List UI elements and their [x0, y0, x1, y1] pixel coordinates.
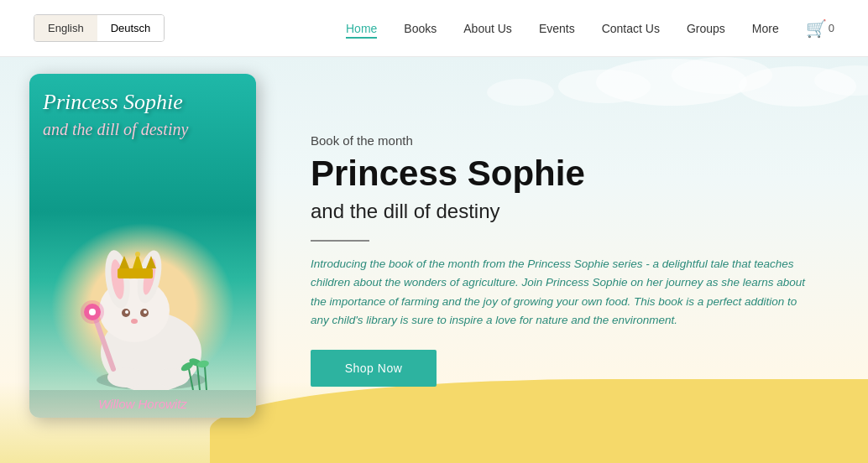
book-author: Willow Horowitz [29, 390, 256, 418]
nav-item-groups[interactable]: Groups [687, 21, 725, 36]
nav-link-events[interactable]: Events [539, 22, 575, 35]
svg-point-24 [155, 368, 189, 387]
svg-rect-13 [118, 268, 153, 278]
bunny-svg [42, 222, 243, 390]
nav-link-groups[interactable]: Groups [687, 22, 725, 35]
lang-deutsch-button[interactable]: Deutsch [97, 15, 165, 41]
nav-links: Home Books About Us Events Contact Us Gr… [346, 21, 779, 36]
nav-item-more[interactable]: More [752, 21, 779, 36]
cart-icon: 🛒 [806, 18, 827, 39]
nav-link-about[interactable]: About Us [463, 22, 512, 35]
book-of-month-label: Book of the month [311, 133, 826, 148]
cover-title-line2: and the dill of destiny [43, 120, 188, 138]
svg-point-22 [131, 319, 138, 324]
navbar: English Deutsch Home Books About Us Even… [0, 0, 868, 57]
nav-item-home[interactable]: Home [346, 21, 377, 36]
cart-count: 0 [829, 22, 834, 34]
nav-item-books[interactable]: Books [404, 21, 437, 36]
cover-title-line1: Princess Sophie [43, 90, 183, 114]
nav-item-contact[interactable]: Contact Us [602, 21, 660, 36]
language-switcher: English Deutsch [34, 14, 165, 42]
nav-link-more[interactable]: More [752, 22, 779, 35]
book-description: Introducing the book of the month from t… [311, 255, 814, 330]
nav-item-events[interactable]: Events [539, 21, 575, 36]
svg-line-33 [205, 367, 207, 390]
book-cover-title: Princess Sophie and the dill of destiny [43, 89, 243, 141]
content-area: Book of the month Princess Sophie and th… [285, 57, 868, 463]
hero-section: Princess Sophie and the dill of destiny [0, 57, 868, 463]
svg-point-17 [135, 252, 140, 257]
book-main-title: Princess Sophie [311, 154, 826, 193]
book-subtitle: and the dill of destiny [311, 200, 826, 223]
cart-button[interactable]: 🛒 0 [806, 18, 834, 39]
book-illustration [29, 141, 256, 390]
svg-point-28 [89, 309, 96, 315]
nav-link-books[interactable]: Books [404, 22, 437, 35]
svg-point-20 [125, 310, 128, 314]
lang-english-button[interactable]: English [34, 15, 97, 41]
nav-link-contact[interactable]: Contact Us [602, 22, 660, 35]
book-cover-area: Princess Sophie and the dill of destiny [0, 57, 285, 463]
book-cover: Princess Sophie and the dill of destiny [29, 74, 256, 418]
book-cover-title-area: Princess Sophie and the dill of destiny [29, 74, 256, 141]
svg-point-21 [144, 310, 147, 314]
nav-link-home[interactable]: Home [346, 22, 377, 39]
title-divider [311, 240, 369, 242]
nav-item-about[interactable]: About Us [463, 21, 512, 36]
shop-now-button[interactable]: Shop Now [311, 350, 437, 387]
